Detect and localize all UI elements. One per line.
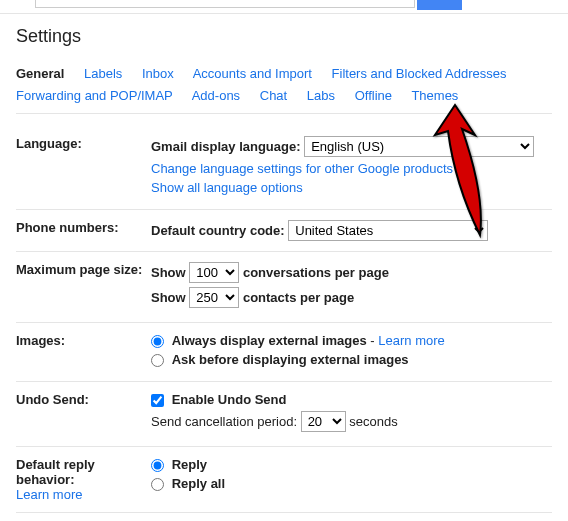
reply-opt1: Reply [172, 457, 207, 472]
tab-addons[interactable]: Add-ons [192, 88, 240, 103]
phone-label: Phone numbers: [16, 220, 151, 241]
tab-labels[interactable]: Labels [84, 66, 122, 81]
tab-filters[interactable]: Filters and Blocked Addresses [332, 66, 507, 81]
settings-tabs: General Labels Inbox Accounts and Import… [16, 63, 552, 114]
reply-label: Default reply behavior: Learn more [16, 457, 151, 502]
show-all-languages-link[interactable]: Show all language options [151, 180, 303, 195]
tab-chat[interactable]: Chat [260, 88, 287, 103]
tab-inbox[interactable]: Inbox [142, 66, 174, 81]
top-bar [0, 0, 568, 14]
tab-accounts[interactable]: Accounts and Import [193, 66, 312, 81]
country-code-label: Default country code: [151, 223, 285, 238]
contacts-select[interactable]: 250 [189, 287, 239, 308]
images-label: Images: [16, 333, 151, 371]
reply-label-text: Default reply behavior: [16, 457, 95, 487]
undo-enable-text: Enable Undo Send [172, 392, 287, 407]
conversations-select[interactable]: 100 [189, 262, 239, 283]
language-select[interactable]: English (US) [304, 136, 534, 157]
cancellation-select[interactable]: 20 [301, 411, 346, 432]
section-text-style: Default text style: (Use the 'Remove For… [16, 513, 552, 521]
display-language-label: Gmail display language: [151, 139, 301, 154]
page-size-label: Maximum page size: [16, 262, 151, 312]
images-opt1: Always display external images [172, 333, 367, 348]
section-language: Language: Gmail display language: Englis… [16, 126, 552, 210]
show-text-1: Show [151, 265, 186, 280]
images-opt2: Ask before displaying external images [172, 352, 409, 367]
images-learn-more[interactable]: Learn more [378, 333, 444, 348]
contacts-suffix: contacts per page [243, 290, 354, 305]
undo-label: Undo Send: [16, 392, 151, 436]
section-page-size: Maximum page size: Show 100 conversation… [16, 252, 552, 323]
reply-radio[interactable] [151, 459, 164, 472]
seconds-text: seconds [349, 414, 397, 429]
change-language-link[interactable]: Change language settings for other Googl… [151, 161, 453, 176]
reply-all-radio[interactable] [151, 478, 164, 491]
tab-forwarding[interactable]: Forwarding and POP/IMAP [16, 88, 173, 103]
tab-general[interactable]: General [16, 66, 64, 81]
images-always-radio[interactable] [151, 335, 164, 348]
language-label: Language: [16, 136, 151, 199]
section-undo: Undo Send: Enable Undo Send Send cancell… [16, 382, 552, 447]
section-images: Images: Always display external images -… [16, 323, 552, 382]
show-text-2: Show [151, 290, 186, 305]
search-input[interactable] [35, 0, 415, 8]
conv-suffix: conversations per page [243, 265, 389, 280]
reply-learn-more[interactable]: Learn more [16, 487, 151, 502]
tab-offline[interactable]: Offline [355, 88, 392, 103]
search-button[interactable] [417, 0, 462, 10]
reply-opt2: Reply all [172, 476, 225, 491]
tab-labs[interactable]: Labs [307, 88, 335, 103]
country-code-select[interactable]: United States [288, 220, 488, 241]
tab-themes[interactable]: Themes [411, 88, 458, 103]
cancellation-label: Send cancellation period: [151, 414, 297, 429]
section-reply: Default reply behavior: Learn more Reply… [16, 447, 552, 513]
images-ask-radio[interactable] [151, 354, 164, 367]
page-title: Settings [16, 26, 552, 47]
undo-enable-checkbox[interactable] [151, 394, 164, 407]
section-phone: Phone numbers: Default country code: Uni… [16, 210, 552, 252]
